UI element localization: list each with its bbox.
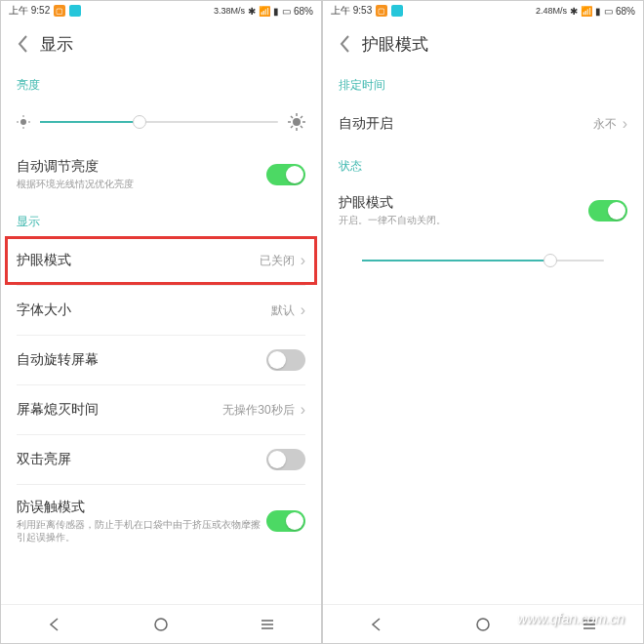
auto-rotate-toggle[interactable]: [266, 349, 305, 371]
anti-mis-row[interactable]: 防误触模式 利用距离传感器，防止手机在口袋中由于挤压或衣物摩擦引起误操作。: [1, 485, 321, 557]
font-size-label: 字体大小: [17, 302, 71, 319]
nav-recent-button[interactable]: [238, 617, 297, 632]
chevron-right-icon: ›: [301, 252, 305, 269]
nav-home-button[interactable]: [454, 617, 512, 632]
nav-bar: [323, 604, 643, 643]
status-time: 上午 9:52: [9, 4, 50, 18]
auto-brightness-label: 自动调节亮度: [17, 158, 266, 176]
battery-pct: 68%: [294, 6, 313, 17]
eye-mode-toggle[interactable]: [588, 200, 627, 221]
battery-pct: 68%: [616, 6, 635, 17]
svg-point-14: [155, 619, 167, 630]
title-bar: 显示: [1, 20, 321, 67]
svg-point-0: [20, 119, 26, 125]
font-size-value: 默认: [271, 302, 295, 319]
auto-brightness-row[interactable]: 自动调节亮度 根据环境光线情况优化亮度: [1, 144, 321, 204]
screen-timeout-value: 无操作30秒后: [222, 402, 294, 419]
double-tap-label: 双击亮屏: [17, 451, 71, 468]
anti-mis-sublabel: 利用距离传感器，防止手机在口袋中由于挤压或衣物摩擦引起误操作。: [17, 518, 266, 543]
section-status: 状态: [323, 148, 643, 181]
status-icon-circle: [69, 5, 81, 17]
chevron-right-icon: ›: [301, 401, 305, 419]
wifi-icon: 📶: [581, 6, 592, 17]
nav-back-button[interactable]: [347, 617, 406, 632]
back-button[interactable]: [339, 34, 350, 54]
section-brightness: 亮度: [1, 67, 321, 100]
brightness-slider-row: [1, 100, 321, 144]
signal-icon: ▮: [273, 6, 279, 17]
status-bar: 上午 9:52 ▢ 3.38M/s ✱ 📶 ▮ ▭ 68%: [1, 1, 321, 20]
eye-mode-row[interactable]: 护眼模式 开启。一律不自动关闭。: [323, 181, 643, 240]
wifi-icon: 📶: [259, 6, 270, 17]
brightness-slider[interactable]: [40, 121, 278, 123]
eye-care-value: 已关闭: [260, 253, 295, 269]
battery-icon: ▭: [604, 6, 613, 17]
brightness-low-icon: [17, 115, 30, 129]
nav-bar: [1, 604, 321, 643]
bluetooth-icon: ✱: [248, 6, 256, 17]
auto-on-row[interactable]: 自动开启 永不 ›: [323, 100, 643, 148]
double-tap-toggle[interactable]: [266, 449, 305, 470]
battery-icon: ▭: [282, 6, 291, 17]
auto-brightness-toggle[interactable]: [266, 164, 305, 185]
anti-mis-toggle[interactable]: [266, 510, 305, 532]
title-bar: 护眼模式: [323, 20, 643, 67]
chevron-right-icon: ›: [623, 115, 627, 133]
status-time: 上午 9:53: [331, 4, 372, 18]
net-speed: 2.48M/s: [536, 6, 567, 16]
intensity-slider-row: [323, 240, 643, 281]
back-button[interactable]: [17, 34, 28, 54]
bluetooth-icon: ✱: [570, 6, 578, 17]
page-title: 显示: [40, 33, 73, 56]
nav-back-button[interactable]: [25, 617, 84, 632]
eye-mode-sublabel: 开启。一律不自动关闭。: [339, 214, 588, 226]
section-display: 显示: [1, 204, 321, 236]
page-title: 护眼模式: [362, 33, 428, 56]
brightness-high-icon: [288, 113, 305, 131]
chevron-right-icon: ›: [301, 302, 305, 319]
nav-home-button[interactable]: [132, 617, 190, 632]
status-icon-circle: [391, 5, 403, 17]
section-schedule: 排定时间: [323, 67, 643, 100]
svg-point-18: [477, 619, 489, 630]
eye-mode-label: 护眼模式: [339, 194, 588, 212]
eye-care-row[interactable]: 护眼模式 已关闭 ›: [1, 236, 321, 285]
signal-icon: ▮: [595, 6, 601, 17]
screen-timeout-row[interactable]: 屏幕熄灭时间 无操作30秒后 ›: [1, 385, 321, 434]
screen-timeout-label: 屏幕熄灭时间: [17, 401, 99, 419]
svg-line-13: [301, 116, 302, 118]
svg-line-12: [291, 126, 293, 128]
status-icon-square: ▢: [376, 5, 387, 17]
double-tap-row[interactable]: 双击亮屏: [1, 435, 321, 484]
auto-on-value: 永不: [593, 116, 617, 133]
font-size-row[interactable]: 字体大小 默认 ›: [1, 286, 321, 335]
auto-rotate-row[interactable]: 自动旋转屏幕: [1, 336, 321, 384]
status-bar: 上午 9:53 ▢ 2.48M/s ✱ 📶 ▮ ▭ 68%: [323, 1, 643, 20]
nav-recent-button[interactable]: [560, 617, 619, 632]
intensity-slider[interactable]: [362, 260, 604, 262]
net-speed: 3.38M/s: [214, 6, 245, 16]
svg-line-11: [301, 126, 302, 128]
svg-line-10: [291, 116, 293, 118]
svg-point-5: [293, 118, 301, 126]
anti-mis-label: 防误触模式: [17, 499, 266, 516]
auto-rotate-label: 自动旋转屏幕: [17, 351, 99, 369]
auto-brightness-sublabel: 根据环境光线情况优化亮度: [17, 178, 266, 190]
phone-left: 上午 9:52 ▢ 3.38M/s ✱ 📶 ▮ ▭ 68% 显示 亮度: [0, 0, 322, 644]
phone-right: 上午 9:53 ▢ 2.48M/s ✱ 📶 ▮ ▭ 68% 护眼模式 排定时间 …: [322, 0, 644, 644]
status-icon-square: ▢: [54, 5, 65, 17]
auto-on-label: 自动开启: [339, 115, 393, 133]
eye-care-label: 护眼模式: [17, 252, 71, 269]
